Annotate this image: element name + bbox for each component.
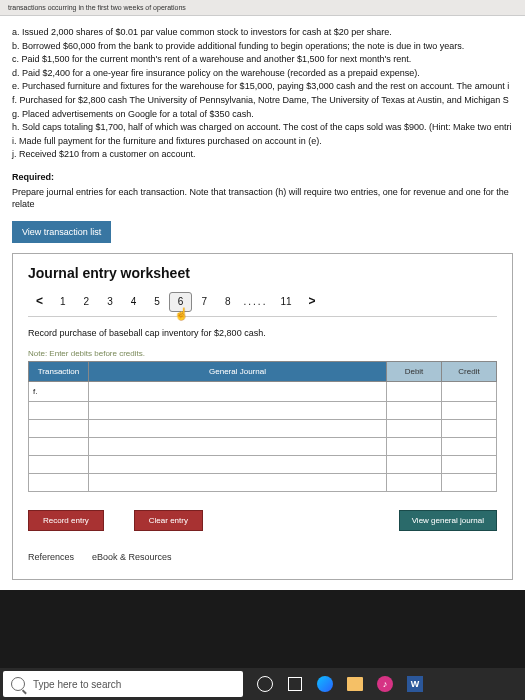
windows-taskbar: Type here to search ♪ W <box>0 668 525 700</box>
problem-item: j. Received $210 from a customer on acco… <box>12 148 513 161</box>
cursor-hand-icon: ☝ <box>174 306 189 323</box>
record-entry-button[interactable]: Record entry <box>28 510 104 531</box>
taskbar-icons: ♪ W <box>255 674 425 694</box>
col-general-journal: General Journal <box>89 361 387 381</box>
cell-credit[interactable] <box>442 474 497 492</box>
cell-account[interactable] <box>89 420 387 438</box>
problem-item: i. Made full payment for the furniture a… <box>12 135 513 148</box>
cell-transaction[interactable] <box>29 420 89 438</box>
cell-credit[interactable] <box>442 402 497 420</box>
cell-credit[interactable] <box>442 438 497 456</box>
tab-7[interactable]: 7 <box>192 292 216 312</box>
tab-row: < 1 2 3 4 5 6 ☝ 7 8 ..... 11 > <box>28 291 497 317</box>
cell-debit[interactable] <box>387 474 442 492</box>
music-app-icon[interactable]: ♪ <box>375 674 395 694</box>
view-general-journal-button[interactable]: View general journal <box>399 510 497 531</box>
tab-1[interactable]: 1 <box>51 292 75 312</box>
edge-shape-icon <box>317 676 333 692</box>
taskview-shape-icon <box>288 677 302 691</box>
file-explorer-icon[interactable] <box>345 674 365 694</box>
tab-6[interactable]: 6 ☝ <box>169 292 193 312</box>
problem-item: d. Paid $2,400 for a one-year fire insur… <box>12 67 513 80</box>
cell-account[interactable] <box>89 402 387 420</box>
problem-item: f. Purchased for $2,800 cash The Univers… <box>12 94 513 107</box>
page-container: transactions occurring in the first two … <box>0 0 525 590</box>
tab-prev-button[interactable]: < <box>28 291 51 312</box>
note-text: Note: Enter debits before credits. <box>28 348 497 359</box>
cortana-icon[interactable] <box>255 674 275 694</box>
taskbar-search[interactable]: Type here to search <box>3 671 243 697</box>
worksheet-title: Journal entry worksheet <box>28 264 497 284</box>
ebook-resources-link[interactable]: eBook & Resources <box>92 551 172 564</box>
cell-debit[interactable] <box>387 420 442 438</box>
cell-credit[interactable] <box>442 382 497 402</box>
cell-transaction[interactable]: f. <box>29 382 89 402</box>
cell-debit[interactable] <box>387 438 442 456</box>
required-label: Required: <box>12 171 513 184</box>
col-debit: Debit <box>387 361 442 381</box>
cell-transaction[interactable] <box>29 456 89 474</box>
circle-icon <box>257 676 273 692</box>
problem-item: a. Issued 2,000 shares of $0.01 par valu… <box>12 26 513 39</box>
problem-item: c. Paid $1,500 for the current month's r… <box>12 53 513 66</box>
cell-debit[interactable] <box>387 402 442 420</box>
folder-shape-icon <box>347 677 363 691</box>
tab-dots: ..... <box>240 295 272 309</box>
music-shape-icon: ♪ <box>377 676 393 692</box>
word-shape-icon: W <box>407 676 423 692</box>
references-row: References eBook & Resources <box>28 551 497 564</box>
task-view-icon[interactable] <box>285 674 305 694</box>
col-transaction: Transaction <box>29 361 89 381</box>
problem-item: e. Purchased furniture and fixtures for … <box>12 80 513 93</box>
cell-debit[interactable] <box>387 382 442 402</box>
view-transaction-list-button[interactable]: View transaction list <box>12 221 111 243</box>
edge-browser-icon[interactable] <box>315 674 335 694</box>
references-link[interactable]: References <box>28 551 74 564</box>
journal-worksheet: Journal entry worksheet < 1 2 3 4 5 6 ☝ … <box>12 253 513 580</box>
header-fragment: transactions occurring in the first two … <box>0 0 525 16</box>
journal-table: Transaction General Journal Debit Credit… <box>28 361 497 492</box>
cell-transaction[interactable] <box>29 438 89 456</box>
problem-list: a. Issued 2,000 shares of $0.01 par valu… <box>12 26 513 161</box>
cell-transaction[interactable] <box>29 402 89 420</box>
required-text: Prepare journal entries for each transac… <box>12 186 513 211</box>
cell-account[interactable] <box>89 456 387 474</box>
search-placeholder: Type here to search <box>33 679 121 690</box>
tab-8[interactable]: 8 <box>216 292 240 312</box>
cell-credit[interactable] <box>442 420 497 438</box>
col-credit: Credit <box>442 361 497 381</box>
cell-account[interactable] <box>89 474 387 492</box>
action-row: Record entry Clear entry View general jo… <box>28 510 497 531</box>
problem-body: a. Issued 2,000 shares of $0.01 par valu… <box>0 16 525 590</box>
tab-next-button[interactable]: > <box>301 291 324 312</box>
record-instruction: Record purchase of baseball cap inventor… <box>28 327 497 340</box>
cell-credit[interactable] <box>442 456 497 474</box>
problem-item: b. Borrowed $60,000 from the bank to pro… <box>12 40 513 53</box>
clear-entry-button[interactable]: Clear entry <box>134 510 203 531</box>
problem-item: h. Sold caps totaling $1,700, half of wh… <box>12 121 513 134</box>
tab-3[interactable]: 3 <box>98 292 122 312</box>
tab-11[interactable]: 11 <box>271 292 300 312</box>
cell-transaction[interactable] <box>29 474 89 492</box>
tab-4[interactable]: 4 <box>122 292 146 312</box>
search-icon <box>11 677 25 691</box>
word-app-icon[interactable]: W <box>405 674 425 694</box>
tab-2[interactable]: 2 <box>75 292 99 312</box>
cell-debit[interactable] <box>387 456 442 474</box>
action-left: Record entry Clear entry <box>28 510 203 531</box>
cell-account[interactable] <box>89 438 387 456</box>
tab-5[interactable]: 5 <box>145 292 169 312</box>
cell-account[interactable] <box>89 382 387 402</box>
problem-item: g. Placed advertisements on Google for a… <box>12 108 513 121</box>
